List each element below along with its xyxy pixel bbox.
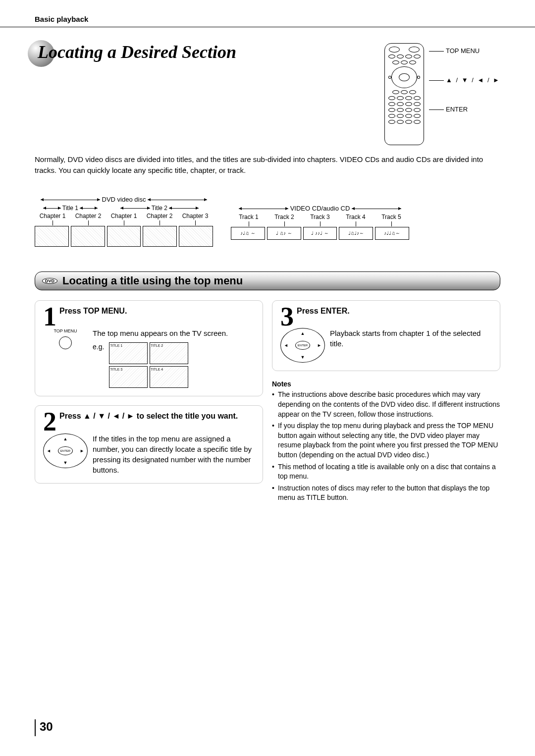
remote-icon [384, 43, 424, 145]
step-1: 1 Press TOP MENU. TOP MENU The top menu … [35, 300, 263, 397]
step-3: 3 Press ENTER. ▲▼ ◄► ENTER Playback star… [272, 300, 500, 372]
step-body: Playback starts from chapter 1 of the se… [330, 328, 492, 363]
step-body: The top menu appears on the TV screen. [93, 328, 255, 338]
remote-callout: TOP MENU ▲ / ▼ / ◄ / ► ENTER [384, 43, 500, 145]
step-body: If the titles in the top menu are assign… [93, 433, 255, 475]
notes-title: Notes [272, 380, 500, 388]
remote-label-enter: ENTER [446, 106, 468, 113]
note-item: Instruction notes of discs may refer to … [272, 484, 500, 503]
subsection-title: Locating a title using the top menu [62, 274, 243, 287]
note-item: The instructions above describe basic pr… [272, 390, 500, 419]
note-item: If you display the top menu during playb… [272, 421, 500, 460]
step-title: Press ▲ / ▼ / ◄ / ► to select the title … [43, 411, 255, 421]
track-thumb-icon: ♩♫♩♪～ [339, 227, 373, 240]
eg-label: e.g. [93, 342, 104, 352]
header-rule [0, 27, 535, 27]
dvd-structure-diagram: DVD video disc Title 1 Title 2 Chapter 1… [35, 196, 213, 247]
step-title: Press ENTER. [280, 306, 492, 316]
page-number: 30 [35, 719, 53, 736]
intro-paragraph: Normally, DVD video discs are divided in… [35, 154, 500, 176]
dpad-icon: ▲▼ ◄► ENTER [280, 328, 325, 363]
remote-label-arrows: ▲ / ▼ / ◄ / ► [446, 76, 500, 84]
step-2: 2 Press ▲ / ▼ / ◄ / ► to select the titl… [35, 405, 263, 484]
chapter-thumb-icon [143, 226, 177, 247]
track-thumb-icon: ♩ ♪♪♩ ～ [303, 227, 337, 240]
track-thumb-icon: ♪♩♩♫～ [375, 227, 409, 240]
note-item: This method of locating a title is avail… [272, 462, 500, 482]
chapter-thumb-icon [107, 226, 141, 247]
title-menu-example: TITLE 1 TITLE 2 TITLE 3 TITLE 4 [109, 342, 188, 388]
enter-button-icon: ENTER [58, 446, 73, 455]
page-title: Locating a Desired Section [35, 43, 236, 61]
step-number: 3 [280, 306, 294, 328]
enter-button-icon: ENTER [295, 341, 310, 350]
chapter-thumb-icon [71, 226, 105, 247]
dpad-icon: ▲▼ ◄► ENTER [43, 433, 88, 468]
notes-section: Notes The instructions above describe ba… [272, 380, 500, 503]
section-tag: Basic playback [35, 15, 500, 23]
topmenu-button-icon [59, 336, 72, 349]
chapter-thumb-icon [35, 226, 69, 247]
track-thumb-icon: ♩ ♫♪ ～ [267, 227, 301, 240]
dvd-badge-icon: DVD [42, 278, 57, 284]
cd-structure-diagram: VIDEO CD/audio CD Track 1 Track 2 Track … [231, 205, 409, 247]
topmenu-label: TOP MENU [54, 328, 77, 334]
step-title: Press TOP MENU. [43, 306, 255, 316]
track-thumb-icon: ♪♩♫ ～ [231, 227, 265, 240]
remote-label-topmenu: TOP MENU [446, 47, 480, 54]
step-number: 2 [43, 411, 56, 433]
chapter-thumb-icon [179, 226, 213, 247]
subsection-header: DVD Locating a title using the top menu [35, 271, 500, 290]
step-number: 1 [43, 306, 56, 328]
